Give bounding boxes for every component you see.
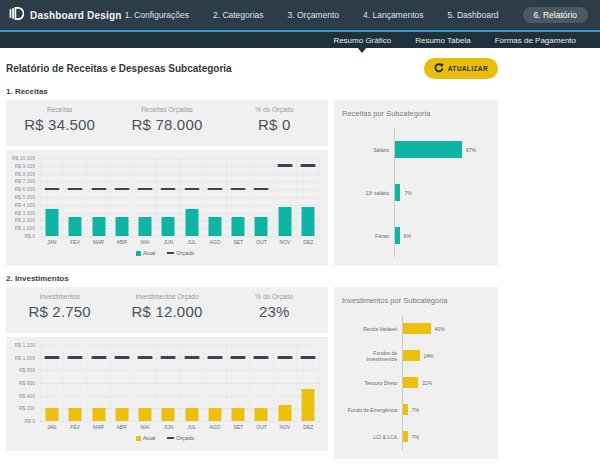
actual-bar-abr	[115, 217, 128, 237]
budget-dash-fev	[68, 356, 83, 358]
x-axis-label: DEZ	[297, 239, 320, 245]
active-tab-caret-icon	[357, 47, 367, 53]
budget-dash-mai	[138, 188, 153, 190]
actual-bar-nov	[278, 405, 291, 421]
kpi-value: R$ 34.500	[6, 116, 113, 133]
budget-dash-mar	[91, 188, 106, 190]
budget-dash-mai	[138, 356, 153, 358]
kpi-label: Receitas Orçadas	[113, 106, 220, 113]
subcategory-plot: 6%	[394, 214, 490, 257]
header-row: Relatório de Receitas e Despesas Subcate…	[6, 58, 498, 79]
y-axis-tick: R$ 9.000	[15, 163, 35, 169]
month-column-set	[227, 158, 250, 236]
x-axis-label: MAR	[87, 239, 110, 245]
y-axis-tick: R$ 8.000	[15, 171, 35, 177]
subcategory-row: Salário87%	[342, 128, 490, 171]
x-axis-label: SET	[227, 239, 250, 245]
legend-item-atual: Atual	[136, 435, 156, 441]
legend-swatch	[136, 436, 141, 441]
kpi-value: R$ 0	[221, 116, 328, 133]
budget-dash-jun	[161, 188, 176, 190]
kpi-value: R$ 2.750	[6, 303, 113, 320]
top-nav-item[interactable]: 1. Configurações	[125, 10, 189, 20]
subcategory-row: Fundo de Emergência7%	[342, 396, 490, 423]
receitas-left-column: ReceitasR$ 34.500Receitas OrçadasR$ 78.0…	[6, 100, 328, 266]
y-axis-tick: R$ 0	[24, 418, 35, 424]
subcategory-plot: 7%	[394, 171, 490, 214]
legend-label: Orçado	[176, 435, 194, 441]
subcategory-row: 13º salário7%	[342, 171, 490, 214]
top-nav-item[interactable]: 3. Orçamento	[288, 10, 340, 20]
subcategory-label: Férias	[342, 233, 394, 239]
refresh-button[interactable]: ATUALIZAR	[424, 58, 498, 79]
x-axis-label: ABR	[110, 424, 133, 430]
x-axis-label: ABR	[110, 239, 133, 245]
kpi-cell: ReceitasR$ 34.500	[6, 100, 113, 146]
actual-bar-mar	[92, 408, 105, 421]
sub-nav-tab[interactable]: Resumo Tabela	[415, 36, 470, 45]
kpi-cell: % do Orçado23%	[221, 287, 328, 333]
budget-dash-dez	[300, 164, 315, 166]
subcategory-row: Renda Variável40%	[342, 315, 490, 342]
x-axis-label: FEV	[63, 424, 86, 430]
subchart-title: Investimentos por Subcategoria	[342, 296, 490, 305]
top-nav-item[interactable]: 2. Categorias	[213, 10, 264, 20]
x-axis-label: JAN	[40, 424, 63, 430]
subcategory-plot: 24%	[402, 342, 490, 369]
actual-bar-dez	[301, 207, 314, 236]
columns	[40, 345, 320, 421]
kpi-label: Investimentos	[6, 293, 113, 300]
budget-dash-jan	[45, 188, 60, 190]
legend-swatch	[136, 251, 141, 256]
actual-bar-fev	[69, 217, 82, 237]
y-axis-tick: R$ 4.000	[15, 202, 35, 208]
x-axis-label: FEV	[63, 239, 86, 245]
x-axis-labels: JANFEVMARABRMAIJUNJULAGOSETOUTNOVDEZ	[40, 424, 320, 430]
x-axis-label: MAI	[133, 239, 156, 245]
month-column-mai	[134, 158, 157, 236]
x-axis-label: NOV	[273, 239, 296, 245]
month-column-fev	[64, 345, 87, 421]
subcategory-plot: 7%	[402, 396, 490, 423]
subcategory-value: 7%	[412, 434, 419, 440]
actual-bar-dez	[301, 389, 314, 421]
top-nav-items: 1. Configurações2. Categorias3. Orçament…	[125, 7, 588, 23]
kpi-label: Receitas	[6, 106, 113, 113]
top-nav-item[interactable]: 6. Relatório	[523, 7, 588, 23]
y-axis-tick: R$ 1.000	[15, 355, 35, 361]
subcategory-bar	[403, 404, 408, 415]
budget-dash-fev	[68, 188, 83, 190]
budget-dash-dez	[300, 356, 315, 358]
sub-nav-tab[interactable]: Resumo Gráfico	[333, 36, 391, 45]
sub-nav: Resumo GráficoResumo TabelaFormas de Pag…	[0, 32, 600, 48]
brand-name: Dashboard Design	[30, 10, 122, 21]
budget-dash-jul	[184, 188, 199, 190]
sub-nav-tab[interactable]: Formas de Pagamento	[495, 36, 576, 45]
x-axis-label: JUN	[157, 424, 180, 430]
dashboard-logo-icon	[9, 6, 24, 25]
actual-bar-jun	[162, 217, 175, 237]
x-axis-labels: JANFEVMARABRMAIJUNJULAGOSETOUTNOVDEZ	[40, 239, 320, 245]
subcategory-label: Tesouro Direto	[342, 380, 402, 386]
report-content: Relatório de Receitas e Despesas Subcate…	[0, 48, 498, 459]
subcategory-label: Renda Variável	[342, 326, 402, 332]
subcategory-value: 7%	[412, 407, 419, 413]
actual-bar-mar	[92, 217, 105, 237]
subcategory-bar	[403, 350, 420, 361]
month-column-nov	[274, 158, 297, 236]
top-nav-item[interactable]: 4. Lançamentos	[363, 10, 423, 20]
actual-bar-set	[232, 217, 245, 237]
subcategory-row: Fundos de Investimentos24%	[342, 342, 490, 369]
subcategory-row: Tesouro Direto22%	[342, 369, 490, 396]
actual-bar-ago	[208, 217, 221, 237]
y-axis-tick: R$ 0	[24, 233, 35, 239]
kpi-label: % do Orçado	[221, 293, 328, 300]
y-axis: R$ 1.200R$ 1.000R$ 800R$ 600R$ 400R$ 200…	[10, 345, 40, 421]
receitas-subcategoria-chart: Salário87%13º salário7%Férias6%	[342, 128, 490, 257]
subcategory-bar	[403, 377, 418, 388]
brand[interactable]: Dashboard Design	[9, 6, 122, 25]
month-column-mar	[88, 158, 111, 236]
top-nav-item[interactable]: 5. Dashboard	[447, 10, 498, 20]
x-axis-label: JUN	[157, 239, 180, 245]
actual-bar-out	[255, 408, 268, 421]
